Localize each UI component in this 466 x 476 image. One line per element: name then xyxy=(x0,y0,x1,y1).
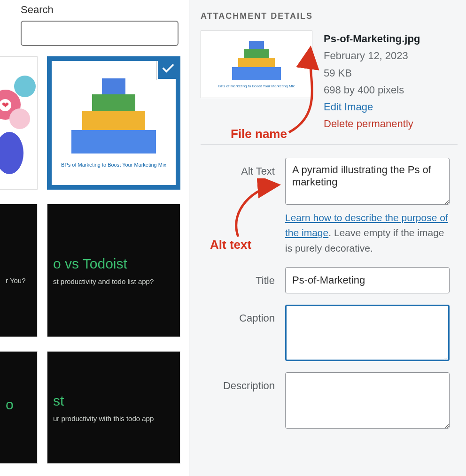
search-input[interactable] xyxy=(21,21,179,46)
thumbnail-grid: ❤ BPs of Marketing to Boost Your Ma xyxy=(0,56,184,464)
alt-text-label: Alt Text xyxy=(201,158,285,177)
description-label: Description xyxy=(201,372,285,392)
thumbnail-selected[interactable]: BPs of Marketing to Boost Your Marketing… xyxy=(47,56,180,190)
alt-text-input[interactable]: A pyramid illustrating the Ps of marketi… xyxy=(285,158,450,205)
checkmark-icon xyxy=(157,57,179,80)
thumbnail-partial-2[interactable]: r You? xyxy=(0,204,38,337)
file-dimensions: 698 by 400 pixels xyxy=(324,82,420,99)
thumbnail-partial-3[interactable]: o xyxy=(0,351,38,464)
delete-permanently-link[interactable]: Delete permanently xyxy=(324,115,420,132)
file-metadata: Ps-of-Marketing.jpg February 12, 2023 59… xyxy=(324,31,420,133)
pyramid-icon: BPs of Marketing to Boost Your Marketing… xyxy=(218,41,295,88)
panel-heading: ATTACHMENT DETAILS xyxy=(201,11,458,21)
title-input[interactable] xyxy=(285,267,450,293)
thumbnail-caption: BPs of Marketing to Boost Your Marketing… xyxy=(61,162,166,168)
file-date: February 12, 2023 xyxy=(324,47,420,64)
media-library-panel: Search ❤ xyxy=(0,0,189,476)
caption-label: Caption xyxy=(201,305,285,324)
thumbnail-3[interactable]: o vs Todoist st productivity and todo li… xyxy=(47,204,180,337)
caption-input[interactable] xyxy=(285,305,450,361)
thumbnail-4[interactable]: st ur productivity with this todo app xyxy=(47,351,180,464)
edit-image-link[interactable]: Edit Image xyxy=(324,99,420,115)
description-input[interactable] xyxy=(285,372,450,429)
thumbnail-partial-1[interactable]: ❤ xyxy=(0,56,38,190)
file-size: 59 KB xyxy=(324,65,420,82)
attachment-preview[interactable]: BPs of Marketing to Boost Your Marketing… xyxy=(201,31,312,98)
alt-help-text: Learn how to describe the purpose of the… xyxy=(285,210,450,256)
search-label: Search xyxy=(21,4,184,16)
attachment-details-panel: ATTACHMENT DETAILS BPs of Marketing to B… xyxy=(189,0,466,476)
title-label: Title xyxy=(201,267,285,287)
file-name: Ps-of-Marketing.jpg xyxy=(324,31,420,47)
